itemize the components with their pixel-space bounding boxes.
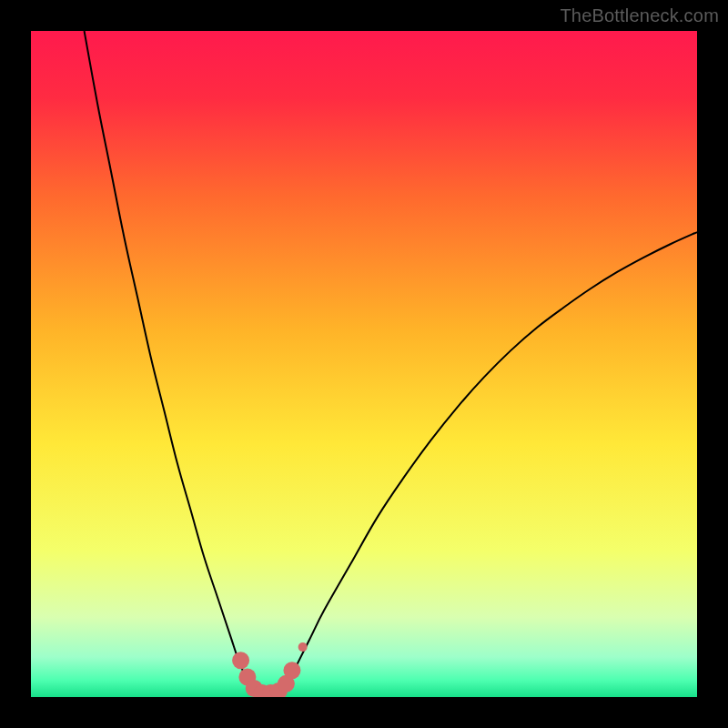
plot-svg [31,31,697,697]
gradient-background [31,31,697,697]
plot-area [31,31,697,697]
highlight-marker [232,652,249,669]
highlight-marker [283,662,300,679]
chart-stage: TheBottleneck.com [0,0,728,728]
watermark-label: TheBottleneck.com [560,5,719,26]
highlight-marker [298,642,308,652]
